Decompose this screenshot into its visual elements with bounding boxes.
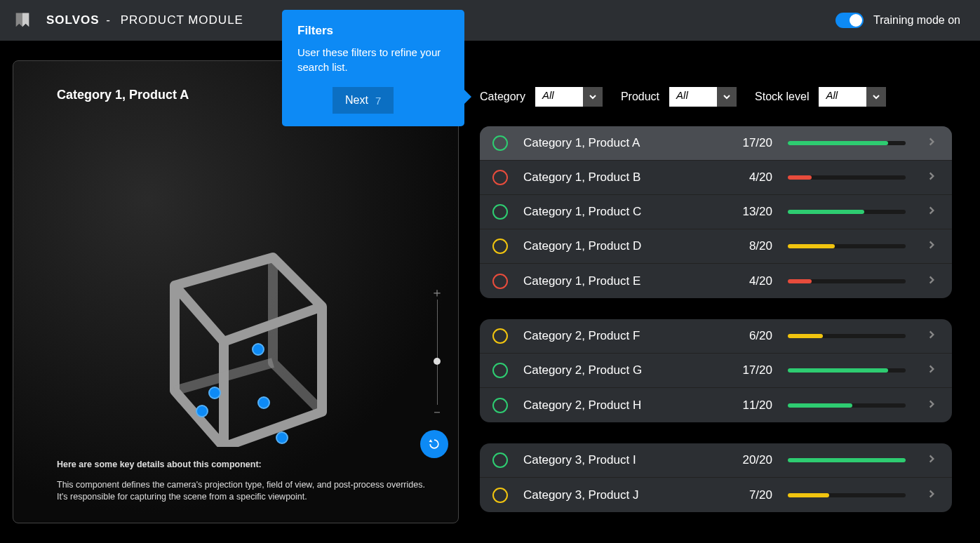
stock-progress-fill xyxy=(788,210,864,214)
status-ring-icon xyxy=(492,204,508,220)
chevron-down-icon xyxy=(866,87,886,107)
product-name: Category 2, Product F xyxy=(523,329,723,343)
stock-progress-bar xyxy=(788,244,906,248)
hotspot-dot[interactable] xyxy=(196,405,208,417)
stock-progress-bar xyxy=(788,210,906,214)
hotspot-dot[interactable] xyxy=(252,343,264,356)
product-row[interactable]: Category 2, Product H11/20 xyxy=(480,388,952,422)
product-name: Category 3, Product I xyxy=(523,453,723,467)
hotspot-dot[interactable] xyxy=(276,431,288,444)
zoom-slider[interactable]: ＋ － xyxy=(430,286,444,419)
viewer-product-title: Category 1, Product A xyxy=(57,88,189,102)
undo-icon xyxy=(427,437,441,451)
stock-progress-bar xyxy=(788,458,906,462)
product-name: Category 1, Product A xyxy=(523,136,723,150)
product-group: Category 3, Product I20/20Category 3, Pr… xyxy=(480,443,952,512)
chevron-down-icon xyxy=(717,87,737,107)
stock-count: 17/20 xyxy=(723,136,772,150)
filter-stock-select[interactable]: All xyxy=(819,87,886,107)
product-row[interactable]: Category 2, Product F6/20 xyxy=(480,319,952,354)
stock-count: 8/20 xyxy=(723,239,772,253)
product-row[interactable]: Category 1, Product E4/20 xyxy=(480,264,952,298)
tooltip-step-number: 7 xyxy=(375,95,381,107)
product-name: Category 2, Product H xyxy=(523,398,723,413)
product-group: Category 1, Product A17/20Category 1, Pr… xyxy=(480,126,952,298)
stock-progress-bar xyxy=(788,403,906,408)
zoom-track-line[interactable] xyxy=(437,300,438,405)
zoom-in-icon[interactable]: ＋ xyxy=(431,286,443,300)
product-row[interactable]: Category 1, Product A17/20 xyxy=(480,126,952,161)
app-header: SOLVOS - PRODUCT MODULE Training mode on xyxy=(0,0,980,41)
brand-main: SOLVOS xyxy=(46,13,100,27)
stock-progress-bar xyxy=(788,368,906,373)
status-ring-icon xyxy=(492,274,508,289)
training-mode-label: Training mode on xyxy=(873,14,960,27)
product-row[interactable]: Category 1, Product D8/20 xyxy=(480,229,952,264)
zoom-thumb[interactable] xyxy=(434,358,441,365)
viewer-desc-heading: Here are some key details about this com… xyxy=(57,460,430,469)
stock-count: 6/20 xyxy=(723,329,772,343)
app-logo-icon xyxy=(11,9,34,32)
hotspot-dot[interactable] xyxy=(208,387,221,399)
filter-product-select[interactable]: All xyxy=(669,87,737,107)
stock-count: 4/20 xyxy=(723,274,772,288)
stock-progress-fill xyxy=(788,244,835,248)
filter-stock-label: Stock level xyxy=(755,90,809,103)
toggle-knob xyxy=(850,14,862,27)
tooltip-body: User these filters to refine your search… xyxy=(297,45,449,74)
training-mode-toggle[interactable] xyxy=(835,13,864,28)
training-tooltip: Filters User these filters to refine you… xyxy=(282,10,464,126)
product-row[interactable]: Category 1, Product B4/20 xyxy=(480,161,952,195)
chevron-right-icon xyxy=(927,454,937,467)
stock-progress-fill xyxy=(788,175,812,180)
product-name: Category 1, Product E xyxy=(523,274,723,288)
stock-progress-fill xyxy=(788,334,823,338)
chevron-down-icon xyxy=(583,87,603,107)
stock-progress-bar xyxy=(788,334,906,338)
filter-category-select[interactable]: All xyxy=(535,87,603,107)
product-group: Category 2, Product F6/20Category 2, Pro… xyxy=(480,319,952,422)
product-row[interactable]: Category 3, Product J7/20 xyxy=(480,478,952,512)
stock-progress-fill xyxy=(788,368,888,373)
viewer-description: Here are some key details about this com… xyxy=(57,460,430,503)
chevron-right-icon xyxy=(927,240,937,253)
chevron-right-icon xyxy=(927,171,937,184)
product-row[interactable]: Category 2, Product G17/20 xyxy=(480,354,952,388)
product-row[interactable]: Category 1, Product C13/20 xyxy=(480,195,952,229)
stock-progress-fill xyxy=(788,403,852,408)
chevron-right-icon xyxy=(927,399,937,412)
hotspot-dot[interactable] xyxy=(257,396,270,409)
status-ring-icon xyxy=(492,135,508,151)
chevron-right-icon xyxy=(927,275,937,288)
stock-progress-fill xyxy=(788,493,829,497)
stock-progress-bar xyxy=(788,279,906,283)
stock-count: 7/20 xyxy=(723,488,772,502)
status-ring-icon xyxy=(492,363,508,378)
tooltip-next-button[interactable]: Next 7 xyxy=(333,87,394,114)
app-title: SOLVOS - PRODUCT MODULE xyxy=(46,13,246,27)
stock-progress-bar xyxy=(788,493,906,497)
brand-sub: PRODUCT MODULE xyxy=(121,13,243,27)
product-row[interactable]: Category 3, Product I20/20 xyxy=(480,443,952,478)
filter-product-value: All xyxy=(669,87,717,107)
status-ring-icon xyxy=(492,452,508,468)
filter-category-value: All xyxy=(535,87,583,107)
product-name: Category 1, Product D xyxy=(523,239,723,253)
chevron-right-icon xyxy=(927,330,937,342)
status-ring-icon xyxy=(492,328,508,344)
stock-count: 13/20 xyxy=(723,205,772,219)
tooltip-next-label: Next xyxy=(345,94,368,107)
chevron-right-icon xyxy=(927,137,937,149)
status-ring-icon xyxy=(492,488,508,503)
product-3d-viewer[interactable]: Category 1, Product A ＋ － xyxy=(13,60,459,523)
zoom-out-icon[interactable]: － xyxy=(431,405,443,419)
chevron-right-icon xyxy=(927,206,937,218)
status-ring-icon xyxy=(492,239,508,254)
status-ring-icon xyxy=(492,398,508,413)
filter-product-label: Product xyxy=(621,90,659,103)
product-list-panel: Category All Product All Stock level All xyxy=(480,60,980,543)
viewer-desc-body: This component defines the camera's proj… xyxy=(57,479,430,503)
status-ring-icon xyxy=(492,170,508,185)
reset-view-button[interactable] xyxy=(420,430,448,458)
stock-progress-fill xyxy=(788,141,888,145)
